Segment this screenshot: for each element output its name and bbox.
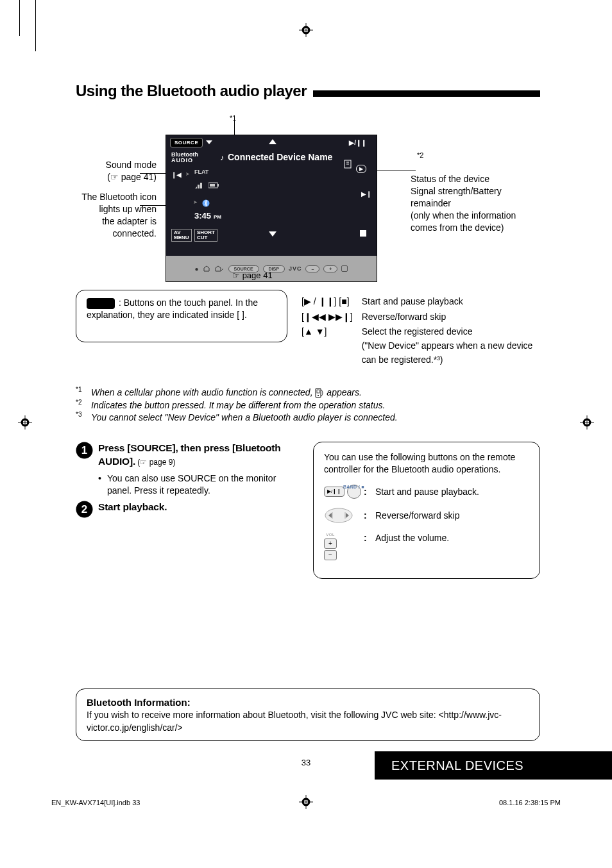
step-1-instruction: Press [SOURCE], then press [Bluetooth AU… [98, 442, 281, 467]
legend-description: Reverse/forward skip [362, 310, 539, 324]
legend-row: [▶ / ❙❙] [■] Start and pause playback [302, 295, 539, 309]
legend-symbol: [❙◀◀ ▶▶❙] [302, 310, 361, 324]
legend-symbol: [▶ / ❙❙] [■] [302, 295, 361, 309]
bluetooth-icon [202, 199, 210, 208]
signal-battery-icons [194, 181, 220, 189]
remote-skip-buttons[interactable] [324, 508, 353, 523]
svg-rect-20 [217, 184, 219, 187]
sound-mode-callout: Sound mode (☞ page 41) [73, 159, 157, 183]
legend-description: Start and pause playback [362, 295, 539, 309]
signal-strength-icon [194, 181, 203, 189]
status-icons-right: ▶ [343, 154, 366, 173]
bluetooth-information-box: Bluetooth Information: If you wish to re… [76, 689, 540, 741]
remote-play-pause-button[interactable]: ▶/❙❙ [324, 487, 344, 497]
av-menu-button[interactable]: AVMENU [171, 229, 192, 242]
step-number-icon: 1 [76, 442, 93, 459]
minus-hw-button[interactable]: – [305, 265, 319, 272]
step-2: 2 Start playback. [76, 501, 294, 518]
footnotes-block: *1 When a cellular phone with audio func… [76, 387, 540, 422]
registration-mark-left [18, 415, 32, 430]
panel-diagram: *1 *2 SOURCE ▶/❙❙ Bluetooth AUDIO ♪ Conn… [76, 109, 540, 385]
svg-rect-24 [317, 390, 319, 393]
connected-device-name: Connected Device Name [228, 152, 332, 162]
prev-track-icon[interactable]: ❙◀ [171, 171, 182, 178]
button-function-legend: [▶ / ❙❙] [■] Start and pause playback [❙… [300, 294, 540, 368]
svg-text:1: 1 [81, 444, 87, 456]
shortcut-button[interactable]: SHORTCUT [194, 229, 217, 242]
remote-row-text: Adjust the volume. [375, 532, 449, 544]
legend-chip-icon [87, 298, 115, 309]
print-slug-right: 08.1.16 2:38:15 PM [499, 799, 561, 806]
stop-icon[interactable] [360, 230, 366, 237]
remote-row-text: Reverse/forward skip [375, 510, 460, 522]
steps-column: 1 Press [SOURCE], then press [Bluetooth … [76, 442, 294, 579]
step-1: 1 Press [SOURCE], then press [Bluetooth … [76, 442, 294, 497]
phone-audio-icon [315, 388, 324, 398]
legend-row: [▲ ▼] Select the registered device ("New… [302, 325, 539, 367]
remote-row-text: Start and pause playback. [375, 486, 479, 498]
info-box-title: Bluetooth Information: [87, 696, 529, 709]
legend-description: Select the registered device ("New Devic… [362, 325, 539, 367]
play-pause-icon[interactable]: ▶/❙❙ [349, 139, 366, 146]
play-status-icon: ▶ [356, 165, 366, 173]
crop-line [19, 0, 20, 36]
legend-row: [❙◀◀ ▶▶❙] Reverse/forward skip [302, 310, 539, 324]
remote-row-playpause: BAND / ■ ▶/❙❙ : Start and pause playback… [324, 485, 529, 499]
device-status-callout: Status of the device Signal strength/Bat… [411, 173, 545, 233]
down-arrow-icon[interactable] [269, 231, 276, 237]
device-status-icon [343, 160, 352, 169]
crop-line [35, 0, 36, 51]
menu-icon[interactable] [214, 265, 225, 272]
step-2-instruction: Start playback. [98, 501, 167, 512]
touch-button-legend-box: : Buttons on the touch panel. In the exp… [76, 290, 287, 342]
section-heading: Using the Bluetooth audio player [76, 82, 307, 100]
remote-row-volume: VOL + − : Adjust the volume. [324, 532, 529, 560]
section-heading-row: Using the Bluetooth audio player [76, 82, 540, 100]
footnote-1: *1 When a cellular phone with audio func… [76, 387, 540, 398]
svg-point-25 [318, 395, 319, 396]
battery-icon [208, 182, 220, 188]
vol-label: VOL [326, 532, 335, 537]
arrow-icon: ➤ [185, 171, 190, 177]
footnote-2: *2 Indicates the button pressed. It may … [76, 400, 540, 410]
step-1-ref: (☞ page 9) [135, 458, 175, 467]
band-label: BAND / ■ [343, 484, 364, 490]
step-number-icon: 2 [76, 501, 93, 518]
registration-mark-bottom [299, 795, 313, 809]
down-arrow-icon [206, 140, 212, 144]
remote-controller-box: You can use the following buttons on the… [313, 442, 540, 579]
heading-rule [313, 90, 540, 97]
legend-symbol: [▲ ▼] [302, 325, 361, 367]
next-track-icon[interactable]: ▶❙ [361, 190, 371, 197]
footnote-3: *3 You cannot select "New Device" when a… [76, 412, 540, 422]
clock-display: 3:45PM [194, 211, 221, 221]
home-icon[interactable] [203, 265, 210, 272]
device-touch-panel: SOURCE ▶/❙❙ Bluetooth AUDIO ♪ Connected … [166, 135, 377, 282]
registration-mark-top [299, 23, 313, 37]
plus-hw-button[interactable]: + [323, 265, 337, 272]
print-slug-left: EN_KW-AVX714[UI].indb 33 [51, 799, 140, 806]
svg-rect-21 [210, 184, 215, 187]
remote-intro-text: You can use the following buttons on the… [324, 451, 529, 476]
open-button[interactable] [341, 265, 348, 272]
arrow-icon: ➤ [193, 199, 198, 205]
brand-label: JVC [289, 265, 302, 272]
bluetooth-icon-callout: The Bluetooth icon lights up when the ad… [60, 191, 157, 240]
source-type-label: Bluetooth AUDIO [171, 152, 198, 163]
section-footer-bar: EXTERNAL DEVICES [375, 751, 612, 780]
svg-text:2: 2 [81, 503, 87, 515]
source-button[interactable]: SOURCE [170, 138, 203, 147]
footnote-marker-2: *2 [417, 151, 423, 159]
step-1-note: • You can also use SOURCE on the monitor… [98, 472, 294, 497]
info-box-body: If you wish to receive more information … [87, 709, 529, 734]
registration-mark-right [580, 415, 594, 430]
remote-vol-down-button[interactable]: − [324, 550, 337, 560]
music-note-icon: ♪ [220, 153, 224, 162]
footnote-marker-1: *1 [230, 114, 236, 122]
remote-vol-up-button[interactable]: + [324, 538, 337, 549]
page-reference-below: ☞ ☞ page 41page 41 [232, 271, 273, 280]
sound-mode-label: FLAT [194, 169, 208, 175]
remote-row-skip: : Reverse/forward skip [324, 508, 529, 523]
up-arrow-icon[interactable] [269, 139, 276, 144]
